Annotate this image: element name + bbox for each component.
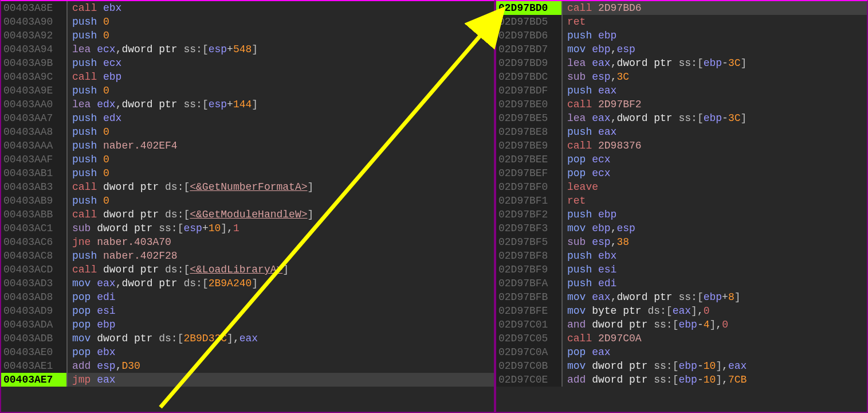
address-cell: 00403AAF bbox=[1, 153, 68, 166]
instruction-cell: push 0 bbox=[68, 194, 494, 208]
disasm-row[interactable]: 02D97C01and dword ptr ss:[ebp-4],0 bbox=[496, 318, 867, 332]
disasm-row[interactable]: 00403AB1push 0 bbox=[1, 166, 494, 180]
disasm-row[interactable]: 00403ADBmov dword ptr ds:[2B9D32C],eax bbox=[1, 332, 494, 345]
disasm-row[interactable]: 02D97BE9call 2D98376 bbox=[496, 139, 867, 153]
disasm-row[interactable]: 02D97BF3mov ebp,esp bbox=[496, 221, 867, 235]
address-cell: 00403A8E bbox=[1, 1, 68, 15]
instruction-cell: pop esi bbox=[68, 304, 494, 318]
address-cell: 00403AAA bbox=[1, 139, 68, 153]
address-cell: 00403AC8 bbox=[1, 249, 68, 263]
disasm-row[interactable]: 02D97BF0leave bbox=[496, 180, 867, 194]
disasm-row[interactable]: 00403A9Ccall ebp bbox=[1, 70, 494, 84]
address-cell: 02D97BE5 bbox=[496, 111, 563, 125]
instruction-cell: mov eax,dword ptr ss:[ebp+8] bbox=[563, 290, 867, 304]
instruction-cell: push edx bbox=[68, 111, 494, 125]
disasm-row[interactable]: 02D97BE8push eax bbox=[496, 125, 867, 139]
disasm-row[interactable]: 02D97BD7mov ebp,esp bbox=[496, 42, 867, 56]
instruction-cell: pop ecx bbox=[563, 166, 867, 180]
instruction-cell: call 2D97BF2 bbox=[563, 98, 867, 111]
address-cell: 00403AA0 bbox=[1, 98, 68, 111]
disasm-row[interactable]: 00403ADApop ebp bbox=[1, 318, 494, 332]
disasm-row[interactable]: 00403ABBcall dword ptr ds:[<&GetModuleHa… bbox=[1, 208, 494, 221]
disasm-row[interactable]: 00403AC8push naber.402F28 bbox=[1, 249, 494, 263]
disasm-row[interactable]: 00403A9Bpush ecx bbox=[1, 56, 494, 70]
disasm-row[interactable]: 00403A90push 0 bbox=[1, 15, 494, 29]
disasm-row[interactable]: 02D97C0Apop eax bbox=[496, 345, 867, 359]
disasm-row[interactable]: 00403AAFpush 0 bbox=[1, 153, 494, 166]
instruction-cell: push 0 bbox=[68, 153, 494, 166]
disasm-row[interactable]: 00403A92push 0 bbox=[1, 29, 494, 42]
address-cell: 02D97BF0 bbox=[496, 180, 563, 194]
disasm-row[interactable]: 02D97BF8push ebx bbox=[496, 249, 867, 263]
disasm-row[interactable]: 02D97BEFpop ecx bbox=[496, 166, 867, 180]
address-cell: 02D97BD0 bbox=[496, 1, 563, 15]
instruction-cell: call dword ptr ds:[<&LoadLibraryA>] bbox=[68, 263, 494, 276]
disasm-row[interactable]: 00403AD8pop edi bbox=[1, 290, 494, 304]
disasm-row[interactable]: 00403AE0pop ebx bbox=[1, 345, 494, 359]
address-cell: 00403A92 bbox=[1, 29, 68, 42]
disasm-row[interactable]: 02D97BF5sub esp,38 bbox=[496, 235, 867, 249]
disasm-row[interactable]: 02D97BE0call 2D97BF2 bbox=[496, 98, 867, 111]
disasm-row[interactable]: 02D97BEEpop ecx bbox=[496, 153, 867, 166]
address-cell: 00403AD9 bbox=[1, 304, 68, 318]
disasm-row[interactable]: 00403AB9push 0 bbox=[1, 194, 494, 208]
disasm-row[interactable]: 00403A9Epush 0 bbox=[1, 84, 494, 98]
address-cell: 00403AE1 bbox=[1, 359, 68, 373]
disasm-row[interactable]: 02D97BFBmov eax,dword ptr ss:[ebp+8] bbox=[496, 290, 867, 304]
disasm-row[interactable]: 00403ACDcall dword ptr ds:[<&LoadLibrary… bbox=[1, 263, 494, 276]
disasm-row[interactable]: 02D97BD6push ebp bbox=[496, 29, 867, 42]
address-cell: 00403AD8 bbox=[1, 290, 68, 304]
disasm-row[interactable]: 00403AA0lea edx,dword ptr ss:[esp+144] bbox=[1, 98, 494, 111]
instruction-cell: mov dword ptr ds:[2B9D32C],eax bbox=[68, 332, 494, 345]
instruction-cell: lea edx,dword ptr ss:[esp+144] bbox=[68, 98, 494, 111]
disasm-row[interactable]: 02D97BFEmov byte ptr ds:[eax],0 bbox=[496, 304, 867, 318]
disasm-row[interactable]: 00403AA7push edx bbox=[1, 111, 494, 125]
address-cell: 02D97BDF bbox=[496, 84, 563, 98]
instruction-cell: jne naber.403A70 bbox=[68, 235, 494, 249]
address-cell: 00403AA7 bbox=[1, 111, 68, 125]
disasm-row[interactable]: 00403AE7jmp eax bbox=[1, 373, 494, 387]
disasm-row[interactable]: 02D97BD5ret bbox=[496, 15, 867, 29]
disasm-row[interactable]: 00403A94lea ecx,dword ptr ss:[esp+548] bbox=[1, 42, 494, 56]
disasm-row[interactable]: 00403AE1add esp,D30 bbox=[1, 359, 494, 373]
disasm-row[interactable]: 02D97BD0call 2D97BD6 bbox=[496, 1, 867, 15]
instruction-cell: call 2D97C0A bbox=[563, 332, 867, 345]
disasm-row[interactable]: 00403A8Ecall ebx bbox=[1, 1, 494, 15]
instruction-cell: sub dword ptr ss:[esp+10],1 bbox=[68, 221, 494, 235]
address-cell: 02D97BF5 bbox=[496, 235, 563, 249]
disasm-row[interactable]: 02D97C0Eadd dword ptr ss:[ebp-10],7CB bbox=[496, 373, 867, 387]
instruction-cell: sub esp,3C bbox=[563, 70, 867, 84]
disasm-row[interactable]: 00403AB3call dword ptr ds:[<&GetNumberFo… bbox=[1, 180, 494, 194]
address-cell: 02D97BF8 bbox=[496, 249, 563, 263]
disasm-row[interactable]: 00403AC6jne naber.403A70 bbox=[1, 235, 494, 249]
disasm-row[interactable]: 02D97BDFpush eax bbox=[496, 84, 867, 98]
instruction-cell: pop ebx bbox=[68, 345, 494, 359]
disasm-row[interactable]: 00403AA8push 0 bbox=[1, 125, 494, 139]
address-cell: 00403A9B bbox=[1, 56, 68, 70]
disasm-row[interactable]: 02D97BFApush edi bbox=[496, 276, 867, 290]
disasm-row[interactable]: 02D97BF2push ebp bbox=[496, 208, 867, 221]
instruction-cell: call ebx bbox=[68, 1, 494, 15]
address-cell: 00403AA8 bbox=[1, 125, 68, 139]
disassembly-pane-left[interactable]: 00403A8Ecall ebx00403A90push 000403A92pu… bbox=[0, 0, 495, 413]
disasm-row[interactable]: 02D97C05call 2D97C0A bbox=[496, 332, 867, 345]
instruction-cell: ret bbox=[563, 194, 867, 208]
disasm-row[interactable]: 02D97BE5lea eax,dword ptr ss:[ebp-3C] bbox=[496, 111, 867, 125]
address-cell: 00403ACD bbox=[1, 263, 68, 276]
disasm-row[interactable]: 00403AC1sub dword ptr ss:[esp+10],1 bbox=[1, 221, 494, 235]
disasm-row[interactable]: 02D97BD9lea eax,dword ptr ss:[ebp-3C] bbox=[496, 56, 867, 70]
disasm-row[interactable]: 00403AD3mov eax,dword ptr ds:[2B9A240] bbox=[1, 276, 494, 290]
disasm-row[interactable]: 02D97BDCsub esp,3C bbox=[496, 70, 867, 84]
address-cell: 00403AB9 bbox=[1, 194, 68, 208]
disasm-row[interactable]: 02D97C0Bmov dword ptr ss:[ebp-10],eax bbox=[496, 359, 867, 373]
disassembly-pane-right[interactable]: 02D97BD0call 2D97BD602D97BD5ret02D97BD6p… bbox=[495, 0, 868, 413]
address-cell: 00403ADB bbox=[1, 332, 68, 345]
disasm-row[interactable]: 00403AD9pop esi bbox=[1, 304, 494, 318]
disasm-row[interactable]: 02D97BF1ret bbox=[496, 194, 867, 208]
disasm-row[interactable]: 02D97BF9push esi bbox=[496, 263, 867, 276]
instruction-cell: push eax bbox=[563, 125, 867, 139]
address-cell: 02D97BD6 bbox=[496, 29, 563, 42]
address-cell: 02D97BD7 bbox=[496, 42, 563, 56]
instruction-cell: pop edi bbox=[68, 290, 494, 304]
disasm-row[interactable]: 00403AAApush naber.402EF4 bbox=[1, 139, 494, 153]
